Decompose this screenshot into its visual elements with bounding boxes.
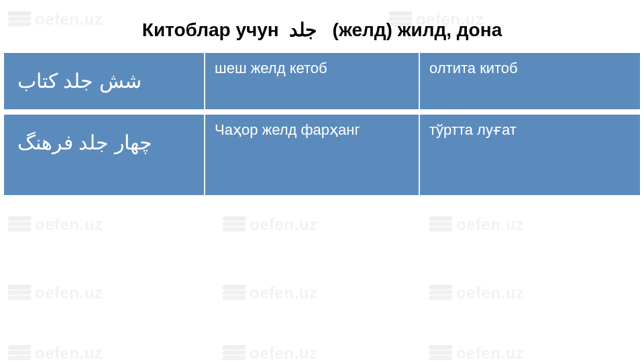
watermark-text: oefen.uz [456, 344, 524, 362]
stack-icon [429, 215, 452, 235]
watermark-text: oefen.uz [35, 284, 103, 302]
vocab-table: شش جلد کتاب шеш желд кетоб олтита китоб … [0, 53, 644, 195]
watermark-text: oefen.uz [456, 215, 524, 234]
stack-icon [223, 215, 246, 235]
watermark-text: oefen.uz [35, 215, 103, 234]
table-row: چهار جلد فرهنگ Чаҳор желд фарҳанг тўртта… [4, 115, 640, 195]
cell-persian: شش جلد کتاب [4, 53, 205, 109]
translit-text: шеш желд кетоб [215, 60, 327, 77]
watermark-text: oefen.uz [250, 344, 317, 362]
stack-icon [8, 283, 31, 303]
persian-text: چهار جلد فرهنگ [17, 127, 152, 159]
watermark-text: oefen.uz [250, 284, 317, 302]
cell-persian: چهار جلد فرهنگ [4, 115, 205, 195]
persian-text: شش جلد کتاب [17, 65, 142, 97]
translation-text: тўртта луғат [429, 121, 517, 139]
cell-translit: шеш желд кетоб [205, 53, 420, 109]
stack-icon [223, 283, 246, 303]
watermark-text: oefen.uz [456, 284, 524, 302]
watermark-text: oefen.uz [35, 344, 103, 362]
stack-icon [429, 343, 452, 362]
stack-icon [8, 343, 31, 362]
title-part-3: (желд) жилд, дона [333, 19, 502, 40]
cell-translation: тўртта луғат [420, 115, 640, 195]
watermark-text: oefen.uz [250, 215, 317, 234]
translation-text: олтита китоб [429, 60, 518, 77]
title-part-1: Китоблар учун [142, 19, 279, 40]
stack-icon [429, 283, 452, 303]
stack-icon [223, 343, 246, 362]
slide-content: Китоблар учун جلد (желд) жилд, дона شش ج… [0, 0, 644, 195]
cell-translit: Чаҳор желд фарҳанг [205, 115, 420, 195]
translit-text: Чаҳор желд фарҳанг [215, 121, 360, 139]
table-row: شش جلد کتاب шеш желд кетоб олтита китоб [4, 53, 640, 109]
stack-icon [8, 215, 31, 235]
title-arabic: جلد [289, 19, 317, 40]
cell-translation: олтита китоб [420, 53, 640, 109]
page-title: Китоблар учун جلد (желд) жилд, дона [0, 19, 644, 41]
